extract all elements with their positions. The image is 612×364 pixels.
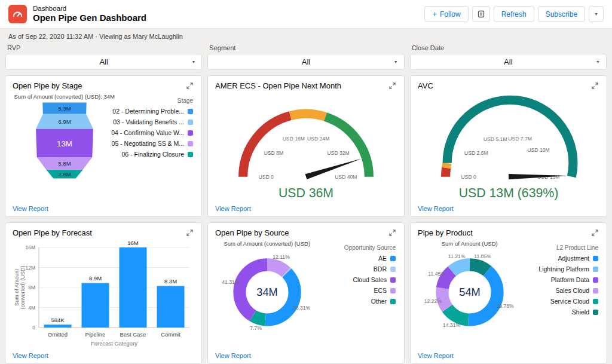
chart-subtitle: Sum of Amount (converted) (USD): [224, 240, 310, 247]
svg-text:USD 5.1M: USD 5.1M: [484, 136, 507, 142]
svg-text:Best Case: Best Case: [120, 331, 146, 338]
expand-icon[interactable]: [185, 228, 194, 237]
card-title: Open Pipe by Forecast: [13, 228, 92, 237]
svg-text:7.7%: 7.7%: [250, 325, 262, 331]
clipboard-icon: [478, 10, 485, 18]
svg-text:USD 0: USD 0: [258, 174, 274, 180]
card-open-pipe-by-stage: Open Pipe by Stage Sum of Amount (conver…: [5, 75, 202, 217]
card-title: AVC: [418, 81, 433, 90]
dashboard-icon: [8, 5, 27, 23]
legend-swatch: [593, 256, 598, 261]
card-title: AMER ECS - Open Pipe Next Month: [215, 81, 341, 90]
refresh-button[interactable]: Refresh: [494, 6, 534, 22]
view-report-link[interactable]: View Report: [13, 205, 48, 212]
funnel-chart: 5.3M6.9M13M5.8M2.8M: [13, 100, 116, 185]
as-of-meta: As of Sep 22, 2020 11:32 AM · Viewing as…: [8, 33, 604, 40]
chevron-down-icon: ▼: [594, 12, 598, 16]
legend-item: 02 - Determining Proble...: [112, 108, 193, 115]
legend-item: ECS: [374, 287, 396, 294]
filter-label: RVP: [7, 44, 202, 51]
legend-item: AE: [378, 255, 396, 262]
legend-label: Adjustment: [558, 255, 589, 262]
legend: Opportunity SourceAEBDRCloud SalesECSOth…: [319, 237, 397, 351]
legend-label: 02 - Determining Proble...: [112, 108, 184, 115]
expand-icon[interactable]: [590, 228, 599, 237]
legend-label: Sales Cloud: [555, 287, 589, 294]
svg-text:USD 13M (639%): USD 13M (639%): [459, 186, 559, 200]
chevron-down-icon: ▼: [596, 60, 600, 64]
legend-label: Lightning Platform: [538, 265, 589, 273]
svg-text:12.22%: 12.22%: [424, 298, 442, 304]
svg-text:Omitted: Omitted: [48, 331, 68, 338]
svg-text:8.3M: 8.3M: [164, 278, 177, 285]
svg-text:39.78%: 39.78%: [496, 303, 514, 309]
card-open-pipe-by-source: Open Pipe by Source Sum of Amount (conve…: [207, 222, 405, 364]
svg-text:12M: 12M: [25, 265, 35, 271]
svg-text:USD 10M: USD 10M: [527, 147, 549, 153]
filter-label: Segment: [209, 44, 404, 51]
donut-chart: 12.11%38.31%7.7%41.31%34M: [208, 247, 326, 335]
svg-text:11.45%: 11.45%: [428, 271, 445, 277]
legend-label: 06 - Finalizing Closure: [122, 151, 184, 158]
refresh-button-label: Refresh: [501, 10, 527, 19]
svg-text:54M: 54M: [459, 286, 481, 298]
legend-swatch: [390, 256, 396, 261]
view-report-link[interactable]: View Report: [418, 205, 454, 212]
legend-item: 04 - Confirming Value W...: [111, 129, 193, 136]
legend-title: Opportunity Source: [344, 244, 396, 251]
follow-button[interactable]: + Follow: [424, 6, 468, 22]
svg-text:34M: 34M: [256, 286, 278, 298]
svg-text:Forecast Category: Forecast Category: [91, 340, 137, 347]
subscribe-button[interactable]: Subscribe: [538, 6, 585, 22]
close-date-filter-combobox[interactable]: All ▼: [410, 54, 607, 70]
expand-icon[interactable]: [388, 228, 397, 237]
legend-item: Other: [371, 298, 396, 305]
legend-label: Other: [371, 298, 387, 305]
legend-label: Service Cloud: [550, 298, 589, 305]
expand-icon[interactable]: [185, 81, 194, 90]
legend-item: Lightning Platform: [538, 265, 598, 273]
svg-text:5.8M: 5.8M: [58, 160, 71, 167]
view-report-link[interactable]: View Report: [13, 352, 48, 359]
legend-swatch: [188, 130, 193, 136]
legend-item: Service Cloud: [550, 298, 598, 305]
legend-title: L2 Product Line: [556, 244, 598, 251]
legend-swatch: [593, 288, 598, 293]
more-actions-button[interactable]: ▼: [589, 6, 604, 22]
legend-label: Shield: [572, 308, 589, 316]
legend-swatch: [390, 267, 396, 272]
legend-item: Adjustment: [558, 255, 598, 262]
view-report-link[interactable]: View Report: [418, 352, 454, 359]
segment-filter-combobox[interactable]: All ▼: [207, 54, 404, 70]
rvp-filter-combobox[interactable]: All ▼: [5, 54, 202, 70]
svg-text:38.31%: 38.31%: [293, 305, 311, 311]
clipboard-button[interactable]: [472, 6, 490, 22]
card-open-pipe-by-forecast: Open Pipe by Forecast 16M12M8M4M0584KOmi…: [5, 222, 202, 364]
view-report-link[interactable]: View Report: [215, 205, 251, 212]
svg-text:16M: 16M: [25, 244, 35, 250]
svg-text:12.11%: 12.11%: [273, 254, 290, 260]
top-bar: Dashboard Open Pipe Gen Dashboard + Foll…: [0, 0, 612, 29]
topbar-actions: + Follow Refresh Subscribe ▼: [424, 6, 604, 22]
expand-icon[interactable]: [590, 81, 599, 90]
legend-label: BDR: [374, 265, 387, 273]
svg-text:2.8M: 2.8M: [58, 171, 71, 178]
subscribe-button-label: Subscribe: [546, 10, 577, 19]
legend-label: ECS: [374, 287, 387, 294]
svg-text:USD 16M: USD 16M: [283, 136, 305, 142]
filter-label: Close Date: [412, 44, 607, 51]
svg-text:Commit: Commit: [161, 331, 180, 338]
view-report-link[interactable]: View Report: [215, 352, 251, 359]
bar-chart: 16M12M8M4M0584KOmitted8.9MPipeline16MBes…: [13, 237, 194, 351]
svg-text:USD 8M: USD 8M: [264, 150, 284, 156]
legend-swatch: [188, 120, 193, 125]
legend-label: 05 - Negotiating SS & M...: [112, 140, 184, 147]
legend-item: Cloud Sales: [353, 276, 396, 283]
title-block: Dashboard Open Pipe Gen Dashboard: [33, 5, 146, 24]
legend-label: Cloud Sales: [353, 276, 387, 283]
svg-text:8M: 8M: [28, 285, 35, 290]
topbar-left: Dashboard Open Pipe Gen Dashboard: [8, 5, 146, 24]
chevron-down-icon: ▼: [191, 60, 195, 64]
expand-icon[interactable]: [388, 81, 397, 90]
card-title: Open Pipe by Stage: [13, 81, 82, 90]
